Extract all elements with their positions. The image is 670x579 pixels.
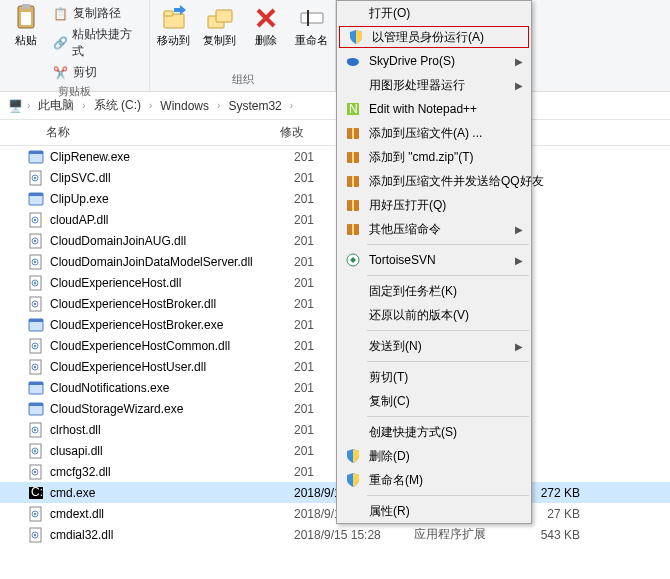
menu-separator — [367, 495, 529, 496]
file-row[interactable]: clusapi.dll201 — [0, 440, 670, 461]
menu-item[interactable]: NEdit with Notepad++ — [337, 97, 531, 121]
shield-icon — [343, 470, 363, 490]
menu-item[interactable]: 用图形处理器运行▶ — [337, 73, 531, 97]
menu-item-label: 重命名(M) — [369, 472, 423, 489]
file-row[interactable]: ClipRenew.exe201 — [0, 146, 670, 167]
file-name: CloudExperienceHost.dll — [50, 276, 294, 290]
file-name: CloudNotifications.exe — [50, 381, 294, 395]
file-name: CloudStorageWizard.exe — [50, 402, 294, 416]
menu-item[interactable]: 属性(R) — [337, 499, 531, 523]
menu-item[interactable]: 创建快捷方式(S) — [337, 420, 531, 444]
menu-item[interactable]: 重命名(M) — [337, 468, 531, 492]
file-row[interactable]: CloudStorageWizard.exe201 — [0, 398, 670, 419]
menu-separator — [367, 416, 529, 417]
file-row[interactable]: CloudNotifications.exe201 — [0, 377, 670, 398]
breadcrumb-folder2[interactable]: System32 — [224, 97, 285, 115]
file-name: cloudAP.dll — [50, 213, 294, 227]
blank-icon — [343, 501, 363, 521]
svg-text:N: N — [349, 102, 358, 116]
file-row[interactable]: CloudExperienceHostCommon.dll201 — [0, 335, 670, 356]
chevron-right-icon: ▶ — [515, 224, 523, 235]
ribbon: 粘贴 📋复制路径 🔗粘贴快捷方式 ✂️剪切 剪贴板 移动到 复制到 删除 — [0, 0, 670, 92]
menu-item[interactable]: 打开(O) — [337, 1, 531, 25]
file-row[interactable]: CloudExperienceHostBroker.exe201 — [0, 314, 670, 335]
menu-item-label: 用图形处理器运行 — [369, 77, 465, 94]
file-row[interactable]: CloudDomainJoinAUG.dll201 — [0, 230, 670, 251]
blank-icon — [343, 367, 363, 387]
svg-rect-69 — [352, 176, 354, 187]
copy-to-icon — [206, 4, 234, 32]
zip-icon — [343, 147, 363, 167]
menu-item[interactable]: 添加到 "cmd.zip"(T) — [337, 145, 531, 169]
file-size: 27 KB — [524, 507, 594, 521]
zip-icon — [343, 123, 363, 143]
skydrive-icon — [343, 51, 363, 71]
cut-button[interactable]: ✂️剪切 — [51, 63, 143, 82]
menu-item[interactable]: 固定到任务栏(K) — [337, 279, 531, 303]
file-icon — [28, 149, 44, 165]
file-row[interactable]: CloudDomainJoinDataModelServer.dll201 — [0, 251, 670, 272]
file-row[interactable]: clrhost.dll201 — [0, 419, 670, 440]
rename-button[interactable]: 重命名 — [291, 2, 333, 48]
file-name: CloudExperienceHostCommon.dll — [50, 339, 294, 353]
file-icon — [28, 359, 44, 375]
file-row[interactable]: CloudExperienceHost.dll201 — [0, 272, 670, 293]
menu-item[interactable]: 以管理员身份运行(A) — [339, 26, 529, 48]
file-row[interactable]: ClipUp.exe201 — [0, 188, 670, 209]
menu-item[interactable]: 复制(C) — [337, 389, 531, 413]
col-name[interactable]: 名称 — [0, 124, 280, 141]
menu-item[interactable]: 其他压缩命令▶ — [337, 217, 531, 241]
delete-button[interactable]: 删除 — [245, 2, 287, 48]
file-icon — [28, 464, 44, 480]
paste-shortcut-button[interactable]: 🔗粘贴快捷方式 — [51, 25, 143, 61]
menu-item[interactable]: 删除(D) — [337, 444, 531, 468]
file-row[interactable]: cloudAP.dll201 — [0, 209, 670, 230]
breadcrumb-drive[interactable]: 系统 (C:) — [90, 95, 145, 116]
npp-icon: N — [343, 99, 363, 119]
breadcrumb-folder1[interactable]: Windows — [156, 97, 213, 115]
file-name: cmcfg32.dll — [50, 465, 294, 479]
menu-item-label: 其他压缩命令 — [369, 221, 441, 238]
menu-item[interactable]: 剪切(T) — [337, 365, 531, 389]
copy-to-button[interactable]: 复制到 — [199, 2, 241, 48]
file-row[interactable]: cmcfg32.dll201 — [0, 461, 670, 482]
blank-icon — [343, 3, 363, 23]
file-row[interactable]: cmdext.dll2018/9/15 15:28应用程序扩展27 KB — [0, 503, 670, 524]
breadcrumb-root[interactable]: 此电脑 — [34, 95, 78, 116]
file-icon — [28, 275, 44, 291]
menu-item-label: SkyDrive Pro(S) — [369, 54, 455, 68]
move-to-button[interactable]: 移动到 — [153, 2, 195, 48]
menu-item[interactable]: 用好压打开(Q) — [337, 193, 531, 217]
shield-icon — [346, 27, 366, 47]
menu-separator — [367, 330, 529, 331]
file-row[interactable]: cmdial32.dll2018/9/15 15:28应用程序扩展543 KB — [0, 524, 670, 545]
file-icon — [28, 338, 44, 354]
file-row[interactable]: ClipSVC.dll201 — [0, 167, 670, 188]
menu-separator — [367, 275, 529, 276]
svg-rect-10 — [29, 151, 43, 154]
file-icon — [28, 191, 44, 207]
paste-button[interactable]: 粘贴 — [6, 2, 47, 48]
svg-point-61 — [347, 59, 353, 64]
menu-item[interactable]: 添加到压缩文件并发送给QQ好友 — [337, 169, 531, 193]
menu-item[interactable]: 添加到压缩文件(A) ... — [337, 121, 531, 145]
file-row[interactable]: CloudExperienceHostBroker.dll201 — [0, 293, 670, 314]
file-icon — [28, 317, 44, 333]
menu-item[interactable]: SkyDrive Pro(S)▶ — [337, 49, 531, 73]
file-row[interactable]: CloudExperienceHostUser.dll201 — [0, 356, 670, 377]
file-name: cmd.exe — [50, 486, 294, 500]
svg-point-51 — [34, 470, 36, 472]
svg-rect-32 — [29, 319, 43, 322]
file-icon — [28, 422, 44, 438]
file-icon — [28, 233, 44, 249]
file-icon — [28, 212, 44, 228]
menu-item-label: Edit with Notepad++ — [369, 102, 477, 116]
file-name: CloudExperienceHostUser.dll — [50, 360, 294, 374]
menu-item[interactable]: 还原以前的版本(V) — [337, 303, 531, 327]
menu-item[interactable]: 发送到(N)▶ — [337, 334, 531, 358]
organize-group-label: 组织 — [232, 70, 254, 89]
menu-item[interactable]: TortoiseSVN▶ — [337, 248, 531, 272]
breadcrumb[interactable]: 🖥️ › 此电脑 › 系统 (C:) › Windows › System32 … — [0, 92, 670, 120]
copy-path-button[interactable]: 📋复制路径 — [51, 4, 143, 23]
file-row[interactable]: C:\cmd.exe2018/9/15 15:28应用程序272 KB — [0, 482, 670, 503]
